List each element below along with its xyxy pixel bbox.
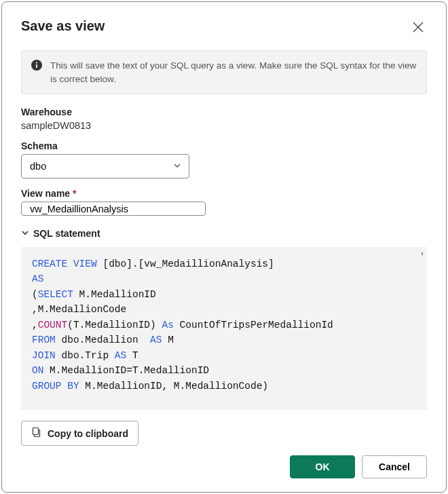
svg-rect-1 [36,64,37,68]
view-name-input[interactable] [21,202,206,216]
view-name-label: View name * [21,188,427,199]
schema-select[interactable]: dbo [21,154,189,178]
info-icon [31,60,42,86]
close-button[interactable] [409,18,427,38]
scrollbar-handle[interactable] [422,252,423,255]
cancel-button[interactable]: Cancel [362,455,427,478]
dialog-title: Save as view [21,18,105,34]
copy-to-clipboard-button[interactable]: Copy to clipboard [21,421,138,446]
warehouse-value: sampleDW0813 [21,120,427,131]
warehouse-label: Warehouse [21,107,427,117]
close-icon [412,25,424,35]
schema-label: Schema [21,140,427,151]
copy-label: Copy to clipboard [48,428,128,439]
sql-statement-label: SQL statement [33,228,100,239]
copy-icon [31,427,42,440]
save-as-view-dialog: Save as view This will save the text of … [1,1,447,493]
ok-button[interactable]: OK [290,455,355,478]
sql-statement-expander[interactable]: SQL statement [21,228,427,239]
dialog-footer: OK Cancel [21,446,427,478]
chevron-down-icon [21,228,29,239]
info-text: This will save the text of your SQL quer… [50,59,417,86]
required-asterisk: * [73,188,76,199]
info-banner: This will save the text of your SQL quer… [21,50,427,94]
svg-point-2 [36,62,37,63]
dialog-header: Save as view [21,18,427,38]
svg-rect-4 [33,428,39,435]
sql-code-box[interactable]: CREATE VIEW [dbo].[vw_MedaillionAnalysis… [21,247,427,410]
